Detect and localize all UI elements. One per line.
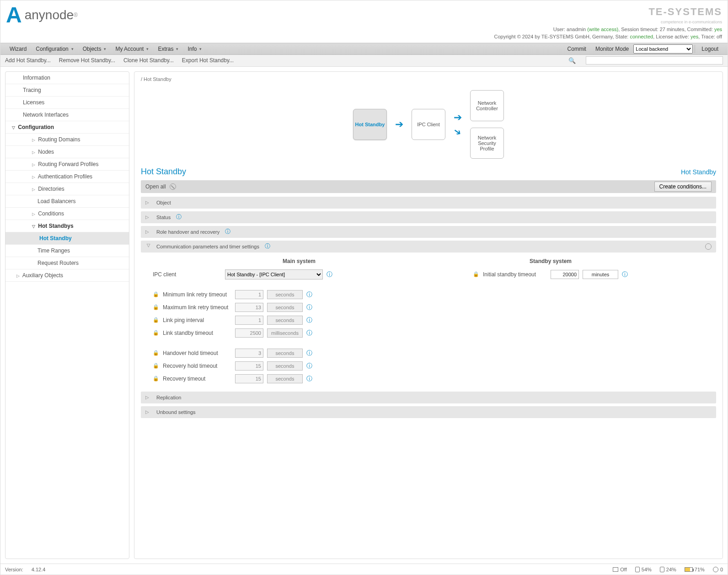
nav-time-ranges[interactable]: Time Ranges	[5, 245, 129, 257]
recovery-hold-input[interactable]	[235, 361, 263, 371]
diagram-network-security-profile[interactable]: Network Security Profile	[470, 128, 504, 159]
license-label: , License active:	[653, 34, 689, 39]
handover-hold-label: Handover hold timeout	[163, 350, 231, 356]
section-role-label: Role handover and recovery	[156, 229, 219, 235]
standby-system-heading: Standby system	[473, 258, 628, 264]
max-link-retry-input[interactable]	[235, 303, 263, 312]
section-toolbar: Open all Create conditions...	[141, 180, 716, 193]
open-all-link[interactable]: Open all	[145, 183, 166, 190]
backend-select[interactable]: Local backend	[633, 44, 693, 54]
action-remove-hot-standby[interactable]: Remove Hot Standby...	[59, 57, 115, 64]
lock-icon: 🔒	[153, 350, 159, 356]
section-replication[interactable]: ▷ Replication	[141, 392, 716, 403]
diagram-network-controller[interactable]: Network Controller	[470, 90, 504, 121]
nav-information[interactable]: Information	[5, 72, 129, 84]
page-title: Hot Standby	[141, 167, 186, 177]
diagram-ipc-client[interactable]: IPC Client	[412, 109, 445, 140]
ipc-client-select[interactable]: Hot Standby - [IPC Client]	[225, 269, 323, 279]
registered-icon: ®	[74, 12, 78, 18]
nav-authentication-profiles[interactable]: ▷ Authentication Profiles	[5, 171, 129, 183]
help-icon[interactable]: ⓘ	[306, 362, 312, 370]
action-export-hot-standby[interactable]: Export Hot Standby...	[182, 57, 234, 64]
nav-routing-domains[interactable]: ▷ Routing Domains	[5, 134, 129, 146]
disk-icon	[635, 567, 640, 572]
help-icon[interactable]: ⓘ	[306, 375, 312, 383]
no-entry-icon	[170, 183, 176, 190]
section-role-handover[interactable]: ▷ Role handover and recovery ⓘ	[141, 226, 716, 238]
help-icon[interactable]: ⓘ	[306, 303, 312, 312]
nav-load-balancers[interactable]: Load Balancers	[5, 195, 129, 208]
menu-my-account[interactable]: My Account	[111, 46, 153, 52]
nav-directories[interactable]: ▷ Directories	[5, 183, 129, 195]
link-standby-label: Link standby timeout	[163, 330, 231, 336]
menubar: Wizard Configuration Objects My Account …	[0, 43, 728, 55]
nav-configuration-group[interactable]: ▽ Configuration	[5, 121, 129, 134]
menu-monitor-mode[interactable]: Monitor Mode	[591, 46, 633, 52]
session-value: 27 minutes	[660, 27, 685, 32]
link-standby-input[interactable]	[235, 328, 263, 338]
help-icon[interactable]: ⓘ	[327, 270, 332, 279]
status-network: 0	[713, 567, 723, 572]
help-icon[interactable]: ⓘ	[265, 242, 270, 250]
section-object[interactable]: ▷ Object	[141, 197, 716, 209]
unit-milliseconds: milliseconds	[267, 328, 303, 338]
section-communication-params[interactable]: ▷ Communication parameters and timer set…	[141, 241, 716, 253]
help-icon[interactable]: ⓘ	[622, 270, 628, 279]
help-icon[interactable]: ⓘ	[306, 329, 312, 337]
state-value: connected	[630, 34, 653, 39]
link-ping-input[interactable]	[235, 316, 263, 325]
menu-configuration[interactable]: Configuration	[31, 46, 78, 52]
help-icon[interactable]: ⓘ	[176, 213, 182, 221]
help-icon[interactable]: ⓘ	[225, 228, 230, 236]
chevron-right-icon: ▷	[145, 229, 151, 234]
nav-auxiliary-objects[interactable]: ▷ Auxiliary Objects	[5, 269, 129, 282]
ipc-client-label: IPC client	[153, 271, 221, 278]
menu-wizard[interactable]: Wizard	[5, 46, 31, 52]
logo: A anynode®	[6, 4, 78, 26]
nav-request-routers[interactable]: Request Routers	[5, 257, 129, 269]
help-icon[interactable]: ⓘ	[306, 290, 312, 299]
menu-objects[interactable]: Objects	[78, 46, 111, 52]
unit-minutes[interactable]: minutes	[583, 270, 618, 279]
menu-info[interactable]: Info	[183, 46, 206, 52]
nav-network-interfaces[interactable]: Network Interfaces	[5, 109, 129, 121]
search-input[interactable]	[586, 56, 723, 64]
committed-value: yes	[714, 27, 722, 32]
logo-text: anynode	[25, 8, 74, 22]
nav-hot-standby-item[interactable]: Hot Standby	[5, 232, 129, 245]
help-icon[interactable]: ⓘ	[306, 316, 312, 324]
nav-nodes[interactable]: ▷ Nodes	[5, 146, 129, 158]
status-battery: 71%	[685, 567, 705, 572]
min-link-retry-input[interactable]	[235, 290, 263, 299]
section-comm-label: Communication parameters and timer setti…	[156, 244, 259, 249]
nav-tracing[interactable]: Tracing	[5, 84, 129, 97]
menu-commit[interactable]: Commit	[563, 46, 591, 52]
section-status[interactable]: ▷ Status ⓘ	[141, 211, 716, 223]
action-clone-hot-standby[interactable]: Clone Hot Standby...	[123, 57, 174, 64]
handover-hold-input[interactable]	[235, 349, 263, 358]
action-add-hot-standby[interactable]: Add Hot Standby...	[5, 57, 51, 64]
section-status-label: Status	[156, 215, 171, 220]
lock-icon: 🔒	[153, 304, 159, 310]
main-system-heading: Main system	[153, 258, 445, 264]
main-panel: / Hot Standby Hot Standby ➔ IPC Client ➔…	[134, 71, 723, 559]
nav-hot-standbys-group[interactable]: ▽ Hot Standbys	[5, 220, 129, 232]
session-label: , Session timeout:	[618, 27, 658, 32]
recovery-timeout-input[interactable]	[235, 374, 263, 383]
nav-routing-forward-profiles[interactable]: ▷ Routing Forward Profiles	[5, 158, 129, 171]
section-replication-label: Replication	[156, 395, 181, 400]
nav-conditions[interactable]: ▷ Conditions	[5, 208, 129, 220]
version-value: 4.12.4	[32, 567, 46, 572]
nav-licenses[interactable]: Licenses	[5, 97, 129, 109]
menu-extras[interactable]: Extras	[153, 46, 183, 52]
help-icon[interactable]: ⓘ	[306, 349, 312, 357]
initial-standby-input[interactable]	[551, 270, 579, 279]
license-value: yes	[691, 34, 698, 39]
create-conditions-button[interactable]: Create conditions...	[654, 182, 712, 192]
section-unbound-label: Unbound settings	[156, 409, 196, 415]
diagram-hot-standby[interactable]: Hot Standby	[353, 109, 387, 140]
lock-icon: 🔒	[153, 317, 159, 323]
section-unbound[interactable]: ▷ Unbound settings	[141, 406, 716, 418]
menu-logout[interactable]: Logout	[697, 46, 723, 52]
initial-standby-label: Initial standby timeout	[483, 271, 547, 278]
